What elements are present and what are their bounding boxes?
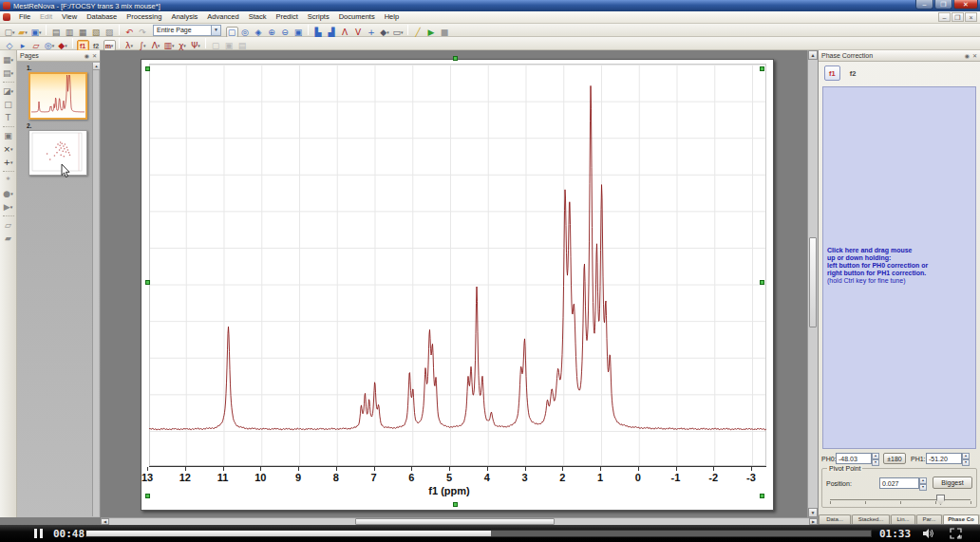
mdi-restore-button[interactable]: ❐ [952,12,964,22]
full-view-icon[interactable]: ▣ [292,27,305,38]
document-horizontal-scrollbar[interactable]: ◀ ▶ [101,517,818,525]
crosshair-icon[interactable]: + [366,27,378,38]
ph1-spinner[interactable]: ▲▼ [962,453,970,464]
ruler-dropdown-icon[interactable]: ▾ [401,29,404,35]
tab-data[interactable]: Data... [819,514,851,524]
pin-tool-icon[interactable]: ◆▾ [379,27,391,38]
integration-dropdown-icon[interactable]: ▾ [143,43,146,48]
shape-tool-dropdown-icon[interactable]: ▾ [11,88,14,94]
tab-stacked[interactable]: Stacked... [852,514,890,524]
clipboard-item-icon[interactable]: ▣ [2,130,15,141]
selection-handle-mid-left[interactable] [145,280,150,285]
document-area[interactable]: 131211109876543210-1-2-3 f1 (ppm) [101,50,807,517]
disabled-tool-3-icon[interactable]: ▤ [236,40,249,51]
volume-icon[interactable] [923,528,935,539]
rectangle-tool-icon[interactable]: □ [2,99,15,110]
zoom-in-icon[interactable]: ⊕ [266,27,278,38]
pivot-slider-track[interactable] [830,499,971,500]
horizontal-scroll-thumb[interactable] [355,518,555,525]
integration-icon[interactable]: ∫▾ [137,40,149,51]
pin-tool-dropdown-icon[interactable]: ▾ [386,29,389,35]
multiplet-analysis-dropdown-icon[interactable]: ▾ [158,43,160,48]
phase-tab-f2[interactable]: f2 [846,65,860,81]
tab-lin[interactable]: Lin... [891,514,915,524]
multiplet-m-button-dropdown-icon[interactable]: ▾ [111,43,114,48]
eraser-icon[interactable]: ▱ [30,40,43,51]
fullscreen-icon[interactable] [950,528,962,539]
disabled-tool-2-icon[interactable]: ▣ [223,40,236,51]
scroll-up-icon[interactable]: ▲ [808,50,818,60]
phase-drag-area[interactable]: Click here and drag mouse up or down hol… [822,86,976,449]
delete-item-icon[interactable]: ×▾ [2,143,15,155]
align-plus-icon[interactable]: +▾ [2,157,15,168]
selection-handle-top-right[interactable] [760,66,764,71]
disabled-tool-1-icon[interactable]: ▢ [210,40,222,51]
bring-forward-icon[interactable]: ▱ [2,219,15,231]
fill-color-dropdown-icon[interactable]: ▾ [10,191,13,196]
vertical-scroll-thumb[interactable] [809,237,817,327]
phase-pin-icon[interactable]: ◉ [965,52,970,59]
spectrum-page[interactable]: 131211109876543210-1-2-3 f1 (ppm) [141,59,774,511]
phase-close-icon[interactable]: ✕ [972,52,977,59]
ph0-spinner[interactable]: ▲▼ [872,453,879,464]
document-vertical-scrollbar[interactable]: ▲ ▼ [807,50,818,517]
scroll-down-icon[interactable]: ▼ [808,508,818,517]
mdi-minimize-button[interactable]: – [938,12,951,22]
pages-pin-icon[interactable]: ◉ [85,52,89,59]
shape-tool-icon[interactable]: ◪▾ [2,85,15,97]
selection-handle-bottom-right[interactable] [760,494,764,498]
pages-close-icon[interactable]: ✕ [92,52,97,59]
close-button[interactable]: ✕ [953,0,978,9]
selection-handle-mid-right[interactable] [760,280,764,285]
fitting-icon[interactable]: χ▾ [177,40,189,51]
compass-dropdown-icon[interactable]: ▾ [52,43,55,48]
peak-up-icon[interactable]: Λ [339,27,351,38]
send-backward-icon[interactable]: ▰ [2,233,15,244]
overlay-spectra-icon[interactable]: ▟ [326,27,338,38]
scroll-right-icon[interactable]: ▶ [809,518,818,525]
minimize-button[interactable]: – [915,0,933,9]
parameters-table-dropdown-icon[interactable]: ▾ [11,70,14,76]
tab-phase-correction[interactable]: Phase Co [943,514,979,524]
annotation-select-icon[interactable]: ▦▾ [2,54,15,65]
multiplet-analysis-icon[interactable]: Λ▾ [150,40,162,51]
script-pencil-icon[interactable]: ╱ [412,27,424,38]
biggest-button[interactable]: Biggest [933,477,972,489]
plus-minus-180-button[interactable]: ±180 [883,453,906,464]
page-zoom-dropdown-icon[interactable]: ▼ [211,26,220,35]
stack-spectra-icon[interactable]: ▙ [312,27,325,38]
delete-item-dropdown-icon[interactable]: ▾ [10,146,13,152]
page-2-thumbnail[interactable] [28,130,87,176]
arrow-annotation-icon[interactable]: ▶▾ [2,201,15,213]
text-box-icon[interactable]: T [2,112,15,123]
pan-tool-icon[interactable]: ◈ [253,27,265,38]
align-plus-dropdown-icon[interactable]: ▾ [10,159,13,165]
ph0-input[interactable]: -48.03 [836,453,872,464]
ph1-input[interactable]: -51.20 [926,453,962,464]
compass-icon[interactable]: ◎▾ [44,40,56,51]
maximize-button[interactable]: ❐ [934,0,952,9]
pages-scrollbar[interactable]: ▲ [92,63,99,516]
selection-handle-bottom-left[interactable] [145,494,150,498]
selection-handle-top-left[interactable] [145,66,150,71]
position-spinner[interactable]: ▲▼ [919,477,927,489]
fill-color-icon[interactable]: ●▾ [2,188,15,199]
run-script-icon[interactable]: ▶ [425,27,438,38]
zoom-out-icon[interactable]: ⊖ [279,27,292,38]
color-palette-icon[interactable]: * [2,175,15,186]
pivot-slider-thumb[interactable] [936,495,945,505]
seek-bar[interactable] [85,530,872,537]
hand-tool-icon[interactable]: ▸ [17,40,29,51]
peak-picking-dropdown-icon[interactable]: ▾ [130,43,133,48]
stop-script-icon[interactable]: ■ [439,27,451,38]
pages-scroll-up-icon[interactable]: ▲ [93,63,100,70]
binning-dropdown-icon[interactable]: ▾ [172,43,175,48]
assignment-dropdown-icon[interactable]: ▾ [198,43,200,48]
mdi-close-button[interactable]: × [965,12,977,22]
tab-par[interactable]: Par... [916,514,942,524]
ruler-icon[interactable]: ▭▾ [392,27,405,38]
pause-button[interactable] [34,529,46,538]
crop-tool-icon[interactable]: ◇ [4,40,16,51]
marker-icon[interactable]: ◆▾ [57,40,69,51]
menu-analysis[interactable]: Analysis [166,11,202,23]
